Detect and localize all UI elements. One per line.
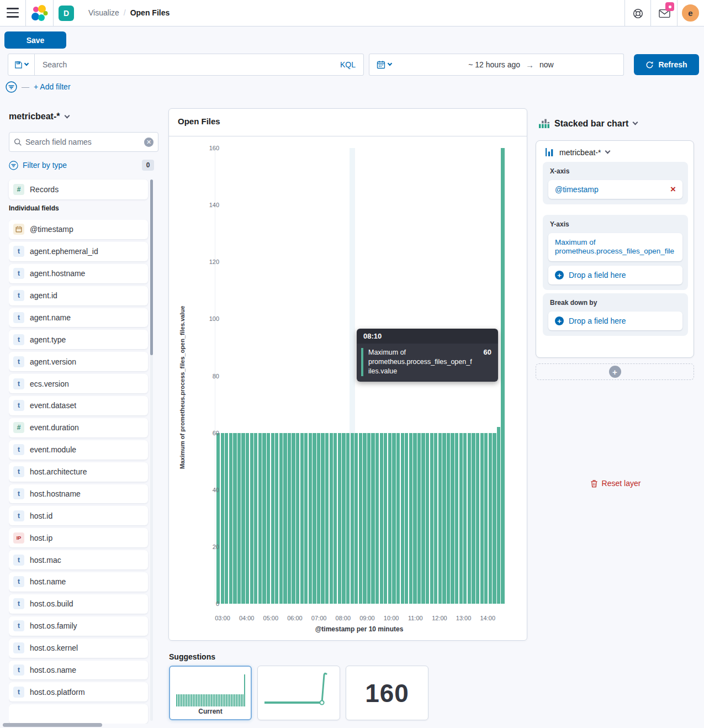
divider (677, 0, 677, 26)
time-range-start[interactable]: ~ 12 hours ago (468, 60, 520, 69)
field-item[interactable]: IPhost.ip (9, 528, 148, 547)
chart-type-switcher[interactable]: Stacked bar chart (539, 118, 637, 129)
field-item[interactable]: thost.os.family (9, 616, 148, 636)
horizontal-scrollbar[interactable] (3, 723, 102, 727)
field-item[interactable]: thost.os.build (9, 594, 148, 614)
x-axis-dimension[interactable]: @timestamp × (548, 180, 682, 199)
x-axis-group: X-axis @timestamp × (543, 162, 688, 204)
field-item[interactable]: #event.duration (9, 418, 148, 437)
breakdown-drop-target[interactable]: + Drop a field here (548, 312, 682, 330)
bar (292, 433, 295, 604)
field-search-input[interactable] (22, 138, 144, 146)
field-item[interactable]: thost.os.name (9, 661, 148, 680)
field-name: host.name (30, 577, 66, 586)
field-name: event.duration (30, 423, 79, 432)
tooltip-value: 60 (484, 348, 491, 376)
string-token-icon: t (13, 576, 24, 587)
tooltip-time: 08:10 (357, 329, 498, 344)
bar (493, 433, 496, 604)
suggestion-metric[interactable]: 160 (346, 666, 428, 720)
field-item[interactable]: thost.id (9, 506, 148, 525)
remove-dimension-icon[interactable]: × (670, 186, 676, 193)
mini-bar (176, 694, 177, 706)
y-tick-label: 120 (197, 259, 219, 265)
records-field[interactable]: # Records (9, 180, 148, 199)
add-layer-button[interactable]: + (536, 363, 694, 380)
x-axis-field[interactable]: @timestamp (555, 185, 599, 194)
bar (338, 433, 341, 604)
field-item[interactable]: @timestamp (9, 220, 148, 239)
bar (246, 433, 249, 604)
mini-bar (183, 694, 184, 706)
mini-bar (188, 694, 189, 706)
bar (313, 433, 316, 604)
field-item[interactable]: tevent.module (9, 440, 148, 460)
clear-search-icon[interactable]: ✕ (144, 138, 153, 147)
field-item[interactable]: thost.hostname (9, 484, 148, 504)
y-axis-dimension[interactable]: Maximum of prometheus.process_files_open… (548, 233, 682, 261)
time-range-control[interactable]: ~ 12 hours ago → now (399, 54, 624, 76)
plus-icon: + (609, 366, 621, 378)
reset-layer-button[interactable]: Reset layer (536, 479, 695, 488)
field-item[interactable]: tagent.type (9, 330, 148, 349)
bar (459, 433, 463, 604)
line-chart-preview (258, 666, 340, 719)
field-item[interactable]: thost.os.platform (9, 682, 148, 701)
y-axis-group: Y-axis Maximum of prometheus.process_fil… (543, 215, 688, 290)
fields-scrollbar-thumb[interactable] (150, 180, 153, 355)
mini-bar (229, 694, 230, 706)
mini-bar (216, 694, 217, 706)
chart-tooltip: 08:10 Maximum of prometheus.process_file… (357, 329, 498, 382)
field-item[interactable]: tevent.dataset (9, 396, 148, 415)
breadcrumb-visualize[interactable]: Visualize (88, 8, 119, 17)
save-button[interactable]: Save (4, 31, 66, 49)
user-avatar[interactable]: e (682, 4, 699, 22)
kql-language-button[interactable]: KQL (332, 60, 363, 69)
time-range-end[interactable]: now (539, 60, 554, 69)
metric-preview-value: 160 (346, 666, 428, 720)
panel-title: Open Files (178, 117, 220, 126)
search-input[interactable] (35, 60, 332, 69)
mini-bar (231, 694, 232, 706)
date-picker-menu-button[interactable] (369, 54, 399, 76)
field-item[interactable]: tagent.name (9, 308, 148, 328)
index-pattern-name: metricbeat-* (9, 112, 60, 122)
filter-by-type-button[interactable]: Filter by type (23, 161, 67, 170)
bar (267, 433, 270, 604)
add-filter-button[interactable]: + Add filter (34, 82, 71, 91)
field-item[interactable]: tecs.version (9, 374, 148, 393)
field-item[interactable]: tagent.hostname (9, 264, 148, 283)
y-axis-drop-target[interactable]: + Drop a field here (548, 266, 682, 284)
string-token-icon: t (13, 555, 24, 566)
pinned-filters-icon[interactable] (6, 81, 17, 93)
suggestion-line-chart[interactable] (257, 666, 340, 720)
field-item[interactable]: tagent.id (9, 286, 148, 305)
refresh-button[interactable]: Refresh (634, 54, 699, 75)
elastic-logo[interactable] (30, 4, 48, 22)
save-query-icon (14, 61, 23, 69)
string-token-icon: t (13, 664, 24, 676)
field-name: host.ip (30, 534, 52, 542)
divider (53, 0, 54, 26)
bar (409, 433, 412, 604)
field-item[interactable]: tagent.version (9, 352, 148, 371)
menu-icon[interactable] (7, 8, 19, 19)
index-pattern-switcher[interactable]: metricbeat-* (9, 112, 69, 122)
field-name: Records (30, 185, 59, 194)
suggestion-current[interactable]: Current (169, 666, 252, 720)
individual-fields-heading: Individual fields (9, 204, 59, 212)
saved-query-menu-button[interactable] (8, 54, 35, 75)
field-item[interactable]: thost.os.kernel (9, 639, 148, 658)
help-button[interactable] (631, 7, 644, 20)
space-avatar[interactable]: D (59, 6, 74, 21)
field-item[interactable]: thost.architecture (9, 462, 148, 482)
top-header-bar: D Visualize / Open Files e (0, 0, 704, 27)
field-item[interactable]: tagent.ephemeral_id (9, 242, 148, 261)
field-item[interactable]: thost.name (9, 572, 148, 592)
field-item[interactable]: thost.mac (9, 550, 148, 569)
bar (438, 433, 442, 604)
layer-index-pattern-switcher[interactable]: metricbeat-* (545, 147, 610, 157)
y-axis-field[interactable]: Maximum of prometheus.process_files_open… (555, 238, 676, 256)
bar (359, 433, 362, 604)
bar (388, 433, 391, 604)
